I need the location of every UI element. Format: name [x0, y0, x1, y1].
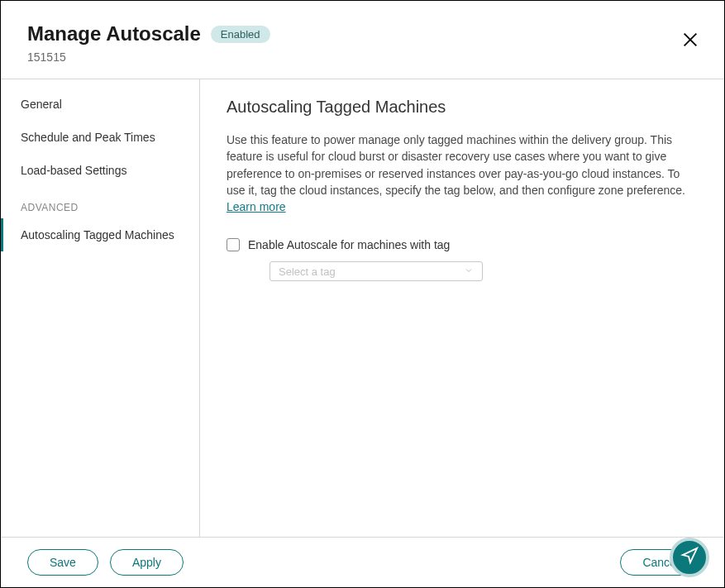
navigate-icon [680, 547, 699, 568]
close-icon[interactable] [678, 27, 703, 55]
sidebar-item-schedule[interactable]: Schedule and Peak Times [1, 121, 199, 154]
description-text: Use this feature to power manage only ta… [227, 133, 685, 197]
tag-select[interactable]: Select a tag [269, 261, 483, 281]
tag-select-placeholder: Select a tag [279, 265, 336, 278]
sidebar-item-general[interactable]: General [1, 88, 199, 121]
status-badge: Enabled [211, 26, 270, 43]
sidebar-section-advanced: ADVANCED [1, 187, 199, 218]
enable-autoscale-label: Enable Autoscale for machines with tag [248, 238, 450, 251]
sidebar-item-load-based[interactable]: Load-based Settings [1, 154, 199, 187]
apply-button[interactable]: Apply [110, 549, 184, 576]
chevron-down-icon [464, 264, 474, 279]
tag-select-wrap: Select a tag [269, 261, 701, 281]
footer-left: Save Apply [27, 549, 184, 576]
navigate-fab[interactable] [670, 538, 709, 577]
enable-autoscale-checkbox[interactable] [227, 238, 240, 251]
body: General Schedule and Peak Times Load-bas… [1, 79, 724, 538]
modal-frame: Manage Autoscale Enabled 151515 General … [0, 0, 725, 588]
title-row: Manage Autoscale Enabled [27, 22, 270, 45]
save-button[interactable]: Save [27, 549, 98, 576]
header-left: Manage Autoscale Enabled 151515 [27, 22, 270, 64]
checkbox-row: Enable Autoscale for machines with tag [227, 238, 701, 251]
sidebar-item-autoscaling-tagged[interactable]: Autoscaling Tagged Machines [1, 218, 199, 251]
section-description: Use this feature to power manage only ta… [227, 131, 701, 215]
section-title: Autoscaling Tagged Machines [227, 98, 701, 117]
page-subtitle: 151515 [27, 50, 270, 64]
footer: Save Apply Cancel [1, 538, 724, 587]
learn-more-link[interactable]: Learn more [227, 200, 286, 213]
svg-marker-2 [683, 548, 697, 562]
content: Autoscaling Tagged Machines Use this fea… [200, 79, 724, 537]
header: Manage Autoscale Enabled 151515 [1, 1, 724, 79]
sidebar: General Schedule and Peak Times Load-bas… [1, 79, 200, 537]
page-title: Manage Autoscale [27, 22, 201, 45]
